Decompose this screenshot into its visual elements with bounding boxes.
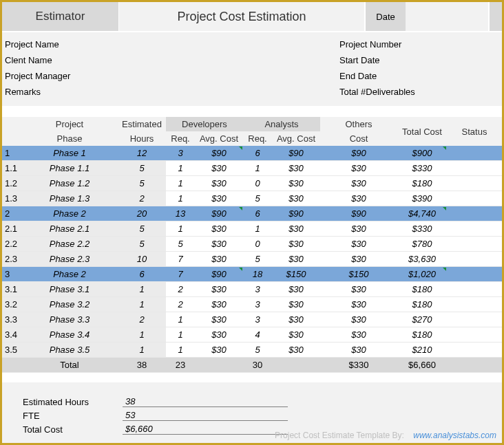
table-row[interactable]: 3.2Phase 3.212$303$30$30$180 (2, 297, 502, 312)
row-dev-req[interactable]: 1 (166, 327, 195, 343)
row-others[interactable]: $90 (320, 206, 397, 221)
row-hours[interactable]: 1 (118, 297, 166, 312)
table-row[interactable]: 1.2Phase 1.251$300$30$30$180 (2, 176, 502, 191)
row-others[interactable]: $30 (320, 297, 397, 312)
row-dev-req[interactable]: 2 (166, 297, 195, 312)
row-status[interactable] (447, 327, 502, 343)
table-row[interactable]: 2Phase 22013$906$90$90$4,740 (2, 206, 502, 221)
row-ana-avg[interactable]: $30 (272, 343, 320, 358)
row-dev-req[interactable]: 1 (166, 191, 195, 206)
row-others[interactable]: $30 (320, 176, 397, 191)
row-dev-req[interactable]: 7 (166, 252, 195, 267)
row-status[interactable] (447, 267, 502, 282)
table-row[interactable]: 3.5Phase 3.511$305$30$30$210 (2, 343, 502, 358)
row-hours[interactable]: 1 (118, 343, 166, 358)
summary-totalcost-val[interactable]: $6,660 (123, 424, 288, 435)
row-ana-avg[interactable]: $150 (272, 267, 320, 282)
row-hours[interactable]: 2 (118, 191, 166, 206)
row-hours[interactable]: 2 (118, 312, 166, 327)
row-dev-avg[interactable]: $30 (195, 312, 243, 327)
row-ana-avg[interactable]: $90 (272, 146, 320, 161)
row-status[interactable] (447, 343, 502, 358)
table-row[interactable]: 1.3Phase 1.321$305$30$30$390 (2, 191, 502, 206)
row-dev-req[interactable]: 13 (166, 206, 195, 221)
row-dev-req[interactable]: 1 (166, 221, 195, 237)
row-others[interactable]: $30 (320, 191, 397, 206)
row-dev-avg[interactable]: $90 (195, 146, 243, 161)
row-status[interactable] (447, 237, 502, 252)
row-ana-req[interactable]: 3 (243, 282, 272, 297)
row-hours[interactable]: 5 (118, 161, 166, 176)
row-status[interactable] (447, 161, 502, 176)
table-row[interactable]: 1Phase 1123$906$90$90$900 (2, 146, 502, 161)
row-dev-avg[interactable]: $30 (195, 237, 243, 252)
row-dev-avg[interactable]: $90 (195, 267, 243, 282)
row-others[interactable]: $30 (320, 327, 397, 343)
row-ana-req[interactable]: 0 (243, 176, 272, 191)
row-ana-avg[interactable]: $30 (272, 327, 320, 343)
row-others[interactable]: $30 (320, 312, 397, 327)
row-dev-req[interactable]: 1 (166, 176, 195, 191)
row-ana-avg[interactable]: $90 (272, 206, 320, 221)
table-row[interactable]: 3Phase 267$9018$150$150$1,020 (2, 267, 502, 282)
table-row[interactable]: 2.3Phase 2.3107$305$30$30$3,630 (2, 252, 502, 267)
row-status[interactable] (447, 282, 502, 297)
row-ana-req[interactable]: 18 (243, 267, 272, 282)
row-dev-avg[interactable]: $30 (195, 297, 243, 312)
row-ana-req[interactable]: 6 (243, 206, 272, 221)
summary-fte-val[interactable]: 53 (123, 410, 288, 421)
row-others[interactable]: $30 (320, 343, 397, 358)
table-row[interactable]: 2.1Phase 2.151$301$30$30$330 (2, 221, 502, 237)
row-ana-avg[interactable]: $30 (272, 176, 320, 191)
row-others[interactable]: $30 (320, 282, 397, 297)
row-ana-req[interactable]: 5 (243, 252, 272, 267)
row-hours[interactable]: 5 (118, 221, 166, 237)
row-ana-req[interactable]: 1 (243, 221, 272, 237)
row-status[interactable] (447, 312, 502, 327)
footer-link[interactable]: www.analysistabs.com (413, 431, 496, 440)
row-status[interactable] (447, 191, 502, 206)
row-ana-avg[interactable]: $30 (272, 237, 320, 252)
row-dev-avg[interactable]: $30 (195, 176, 243, 191)
row-status[interactable] (447, 252, 502, 267)
row-ana-avg[interactable]: $30 (272, 191, 320, 206)
table-row[interactable]: 3.1Phase 3.112$303$30$30$180 (2, 282, 502, 297)
row-ana-avg[interactable]: $30 (272, 221, 320, 237)
row-status[interactable] (447, 206, 502, 221)
row-ana-avg[interactable]: $30 (272, 312, 320, 327)
row-others[interactable]: $30 (320, 221, 397, 237)
row-status[interactable] (447, 297, 502, 312)
row-status[interactable] (447, 221, 502, 237)
row-dev-req[interactable]: 1 (166, 312, 195, 327)
row-hours[interactable]: 5 (118, 176, 166, 191)
row-dev-req[interactable]: 7 (166, 267, 195, 282)
row-ana-avg[interactable]: $30 (272, 161, 320, 176)
row-dev-avg[interactable]: $30 (195, 191, 243, 206)
row-ana-req[interactable]: 4 (243, 327, 272, 343)
row-hours[interactable]: 20 (118, 206, 166, 221)
row-others[interactable]: $30 (320, 161, 397, 176)
row-dev-avg[interactable]: $30 (195, 221, 243, 237)
row-dev-req[interactable]: 1 (166, 161, 195, 176)
row-others[interactable]: $30 (320, 252, 397, 267)
row-dev-avg[interactable]: $30 (195, 252, 243, 267)
row-dev-avg[interactable]: $90 (195, 206, 243, 221)
row-hours[interactable]: 12 (118, 146, 166, 161)
row-dev-req[interactable]: 1 (166, 343, 195, 358)
date-value[interactable] (406, 2, 488, 31)
row-hours[interactable]: 5 (118, 237, 166, 252)
row-others[interactable]: $30 (320, 237, 397, 252)
summary-est-hours-val[interactable]: 38 (123, 396, 288, 407)
row-hours[interactable]: 1 (118, 327, 166, 343)
row-dev-avg[interactable]: $30 (195, 161, 243, 176)
row-hours[interactable]: 1 (118, 282, 166, 297)
row-status[interactable] (447, 176, 502, 191)
table-row[interactable]: 2.2Phase 2.255$300$30$30$780 (2, 237, 502, 252)
row-dev-avg[interactable]: $30 (195, 282, 243, 297)
row-dev-req[interactable]: 3 (166, 146, 195, 161)
row-ana-avg[interactable]: $30 (272, 297, 320, 312)
table-row[interactable]: 3.3Phase 3.321$303$30$30$270 (2, 312, 502, 327)
row-ana-avg[interactable]: $30 (272, 252, 320, 267)
row-others[interactable]: $150 (320, 267, 397, 282)
row-dev-req[interactable]: 5 (166, 237, 195, 252)
